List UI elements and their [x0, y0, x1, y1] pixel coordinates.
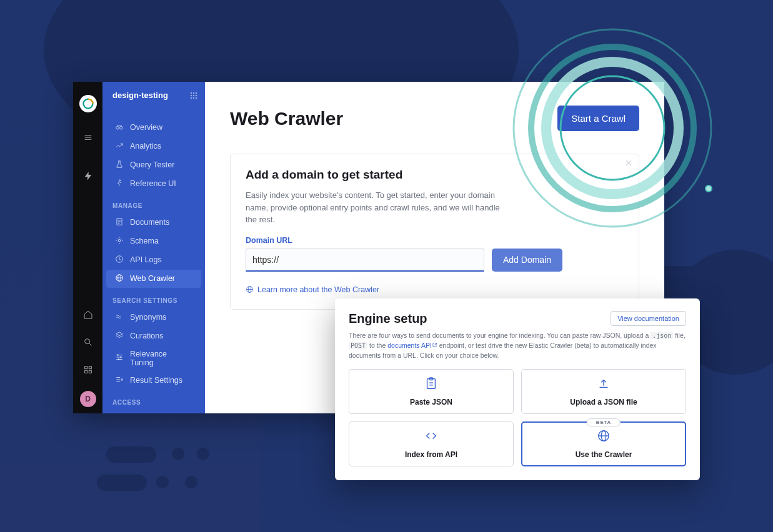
upload-icon	[597, 377, 611, 393]
sidebar-section-title: ACCESS	[102, 390, 205, 410]
sidebar-item-label: Result Settings	[130, 376, 182, 385]
sliders-icon	[115, 353, 124, 363]
engine-setup-card: Engine setup View documentation There ar…	[335, 298, 700, 480]
api-icon	[424, 429, 438, 445]
sidebar-item-label: Web Crawler	[130, 274, 175, 283]
connector-dot	[705, 185, 712, 192]
add-domain-button[interactable]: Add Domain	[492, 249, 562, 272]
close-icon[interactable]: ✕	[625, 158, 632, 168]
flask-icon	[115, 160, 124, 170]
sidebar-item-curations[interactable]: Curations	[106, 327, 201, 345]
menu-icon[interactable]	[73, 125, 102, 150]
svg-point-9	[84, 339, 89, 344]
chart-line-icon	[115, 141, 124, 152]
home-icon[interactable]	[73, 302, 102, 327]
sidebar-item-result-settings[interactable]: Result Settings	[106, 372, 201, 390]
svg-point-15	[191, 92, 192, 94]
svg-line-10	[89, 343, 91, 345]
sidebar-item-relevance-tuning[interactable]: Relevance Tuning	[106, 346, 201, 371]
user-avatar[interactable]: D	[80, 391, 96, 407]
bg-shape	[172, 448, 184, 460]
svg-point-16	[193, 92, 194, 94]
svg-point-41	[120, 357, 121, 358]
svg-point-26	[119, 180, 120, 181]
svg-point-40	[117, 355, 119, 356]
documents-api-link[interactable]: documents API	[387, 342, 437, 349]
domain-url-input[interactable]	[246, 249, 484, 272]
svg-point-24	[116, 126, 119, 129]
sidebar-item-reference-ui[interactable]: Reference UI	[106, 175, 201, 193]
bg-shape	[747, 271, 761, 285]
card-description: Easily index your website's content. To …	[246, 189, 508, 226]
svg-point-19	[193, 95, 194, 96]
beta-badge: BETA	[587, 418, 621, 426]
sidebar-item-label: Synonyms	[130, 313, 166, 322]
approx-icon	[115, 312, 124, 323]
option-label: Upload a JSON file	[570, 398, 637, 406]
svg-rect-12	[89, 367, 91, 369]
sidebar-item-label: Relevance Tuning	[130, 350, 192, 367]
svg-point-31	[118, 239, 121, 242]
sidebar-item-label: Schema	[130, 237, 159, 245]
page-title: Web Crawler	[230, 108, 343, 129]
clock-icon	[115, 255, 124, 265]
svg-rect-11	[84, 367, 87, 369]
sidebar-item-label: API Logs	[130, 255, 162, 264]
svg-point-46	[121, 379, 122, 380]
globe-icon	[115, 273, 124, 284]
globe-icon	[246, 285, 254, 293]
bg-shape	[156, 476, 169, 488]
domain-url-label: Domain URL	[246, 236, 624, 245]
learn-more-text: Learn more about the Web Crawler	[257, 285, 379, 294]
sidebar-item-schema[interactable]: Schema	[106, 232, 201, 250]
document-icon	[115, 217, 124, 228]
svg-rect-14	[89, 370, 91, 373]
view-documentation-button[interactable]: View documentation	[611, 311, 686, 326]
option-use-the-crawler[interactable]: BETAUse the Crawler	[521, 421, 686, 466]
learn-more-link[interactable]: Learn more about the Web Crawler	[246, 285, 624, 294]
apps-icon[interactable]	[73, 357, 102, 382]
engine-name: design-testing	[112, 91, 168, 100]
sidebar-item-synonyms[interactable]: Synonyms	[106, 308, 201, 327]
bg-shape	[106, 446, 156, 463]
engine-switcher-icon[interactable]	[190, 92, 197, 99]
option-upload-a-json-file[interactable]: Upload a JSON file	[521, 369, 686, 414]
paste-icon	[424, 377, 438, 393]
sidebar-header: design-testing	[102, 82, 205, 109]
app-logo[interactable]	[79, 95, 97, 112]
svg-point-22	[193, 97, 194, 99]
svg-point-21	[191, 97, 192, 99]
sidebar-item-web-crawler[interactable]: Web Crawler	[106, 270, 201, 288]
sidebar-item-label: Reference UI	[130, 179, 176, 188]
sidebar-item-overview[interactable]: Overview	[106, 119, 201, 137]
sidebar-item-documents[interactable]: Documents	[106, 214, 201, 232]
option-label: Index from API	[405, 450, 457, 459]
sidebar-item-label: Curations	[130, 332, 164, 340]
svg-marker-36	[116, 332, 123, 336]
binoculars-icon	[115, 122, 124, 133]
sidebar-item-credentials[interactable]: Credentials	[106, 410, 201, 413]
svg-rect-13	[84, 370, 87, 373]
option-label: Paste JSON	[410, 398, 452, 406]
engine-setup-description: There are four ways to send documents to…	[349, 331, 686, 360]
option-index-from-api[interactable]: Index from API	[349, 421, 514, 466]
svg-point-42	[118, 359, 119, 360]
start-crawl-button[interactable]: Start a Crawl	[557, 106, 639, 131]
sidebar-section-title: MANAGE	[102, 194, 205, 213]
sidebar-item-query-tester[interactable]: Query Tester	[106, 156, 201, 174]
lightning-icon[interactable]	[73, 164, 102, 189]
search-icon[interactable]	[73, 330, 102, 355]
option-paste-json[interactable]: Paste JSON	[349, 369, 514, 414]
add-domain-card: ✕ Add a domain to get started Easily ind…	[230, 154, 639, 310]
globe-icon	[597, 429, 611, 445]
sidebar-item-api-logs[interactable]: API Logs	[106, 251, 201, 269]
sidebar: design-testing OverviewAnalyticsQuery Te…	[102, 82, 205, 413]
svg-point-17	[196, 92, 197, 94]
sidebar-section-title: SEARCH SETTINGS	[102, 288, 205, 308]
svg-point-25	[120, 126, 123, 129]
sidebar-item-label: Overview	[130, 123, 162, 132]
svg-marker-8	[84, 172, 91, 180]
sidebar-item-analytics[interactable]: Analytics	[106, 137, 201, 155]
svg-point-20	[196, 95, 197, 96]
sidebar-item-label: Documents	[130, 218, 169, 227]
